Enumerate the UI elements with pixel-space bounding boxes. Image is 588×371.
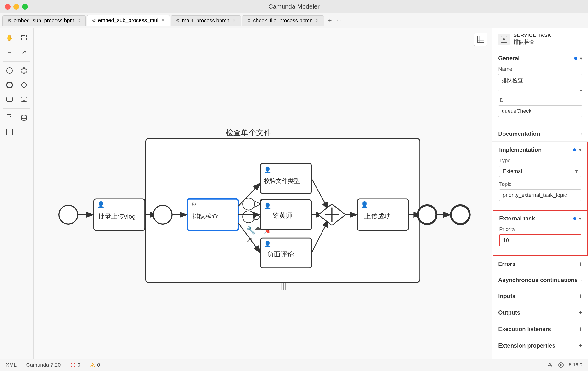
tab-label-2: embed_sub_process_mul (98, 17, 158, 23)
execution-listeners-header[interactable]: Execution listeners + (493, 321, 588, 337)
type-select[interactable]: External Java class Expression Delegate … (499, 166, 581, 177)
space-tool[interactable]: ↔ (3, 46, 16, 58)
documentation-chevron: › (581, 131, 582, 137)
errors-section-header[interactable]: Errors + (493, 256, 588, 272)
async-section: Asynchronous continuations › (493, 272, 588, 288)
implementation-section: Implementation ▾ Type External Java clas… (493, 142, 588, 210)
frame-tool[interactable] (3, 126, 16, 138)
inputs-section-header[interactable]: Inputs + (493, 288, 588, 304)
general-dot (574, 57, 577, 60)
errors-plus[interactable]: + (578, 260, 582, 268)
panel-task-type: SERVICE TASK (514, 32, 551, 38)
gateway-tool[interactable] (18, 79, 30, 91)
tab-close-4[interactable]: ✕ (315, 18, 319, 23)
statusbar: XML Camunda 7.20 0 0 5.18.0 (0, 359, 588, 371)
async-chevron: › (581, 278, 582, 283)
arrow-tool[interactable]: ↗ (18, 46, 30, 58)
inputs-plus[interactable]: + (578, 292, 582, 300)
document-tool[interactable] (3, 112, 16, 124)
tool-row-8: ··· (10, 144, 23, 157)
id-input[interactable] (498, 105, 582, 117)
extension-properties-section: Extension properties + (493, 338, 588, 354)
bpmn-diagram[interactable]: 检查单个文件 ||| 👤 批量上传vlog (48, 47, 473, 344)
subprocess-tool[interactable] (18, 93, 30, 105)
titlebar: Camunda Modeler (0, 0, 588, 13)
end-event-tool[interactable] (3, 79, 16, 91)
tool-divider-2 (3, 108, 30, 109)
app-title: Camunda Modeler (268, 3, 320, 10)
svg-text:上传成功: 上传成功 (364, 212, 391, 220)
svg-point-3 (22, 68, 26, 73)
errors-section: Errors + (493, 256, 588, 272)
tab-more-button[interactable]: ··· (335, 18, 343, 24)
canvas[interactable]: 检查单个文件 ||| 👤 批量上传vlog (33, 28, 492, 359)
more-tools[interactable]: ··· (10, 144, 23, 157)
outputs-section-header[interactable]: Outputs + (493, 304, 588, 321)
tool-row-1: ✋ (3, 31, 30, 44)
tab-1[interactable]: ⚙ embed_sub_process.bpm ✕ (2, 15, 86, 26)
general-section-header[interactable]: General ▾ (493, 51, 588, 66)
left-toolbar: ✋ ↔ ↗ (0, 28, 33, 359)
tab-icon-4: ⚙ (247, 18, 251, 23)
right-panel: SERVICE TASK 排队检查 General ▾ Name 排队检查 ID (492, 28, 588, 359)
outputs-section: Outputs + (493, 304, 588, 321)
tool-row-6 (3, 112, 30, 124)
implementation-chevron: ▾ (579, 147, 581, 153)
intermediate-event-tool[interactable] (18, 64, 30, 77)
svg-text:👤: 👤 (264, 240, 272, 248)
priority-input[interactable] (499, 234, 581, 246)
status-format[interactable]: XML (6, 362, 17, 368)
minimize-button[interactable] (13, 4, 19, 10)
svg-rect-6 (7, 97, 12, 102)
task-tool[interactable] (3, 93, 16, 105)
documentation-title: Documentation (498, 130, 540, 137)
topic-input[interactable] (499, 189, 581, 201)
tab-close-2[interactable]: ✕ (161, 18, 165, 23)
maximize-button[interactable] (22, 4, 28, 10)
inputs-section: Inputs + (493, 288, 588, 304)
tab-close-1[interactable]: ✕ (77, 18, 81, 23)
type-label: Type (499, 157, 581, 164)
svg-text:👤: 👤 (264, 166, 272, 174)
minimap-button[interactable] (474, 32, 487, 46)
svg-rect-12 (21, 129, 27, 135)
execution-listeners-section: Execution listeners + (493, 321, 588, 338)
execution-listeners-plus[interactable]: + (578, 325, 582, 333)
implementation-section-header[interactable]: Implementation ▾ (494, 142, 587, 157)
type-select-wrapper: External Java class Expression Delegate … (499, 166, 581, 177)
datastore-tool[interactable] (18, 112, 30, 124)
panel-task-name: 排队检查 (514, 39, 551, 46)
start-event-tool[interactable] (3, 64, 16, 77)
svg-point-1 (7, 68, 12, 73)
tab-add-button[interactable]: + (325, 17, 335, 24)
group-tool[interactable] (18, 126, 30, 138)
outputs-plus[interactable]: + (578, 309, 582, 316)
async-section-header[interactable]: Asynchronous continuations › (493, 272, 588, 288)
id-field: ID (498, 97, 582, 117)
inputs-title: Inputs (498, 293, 515, 299)
svg-point-71 (73, 366, 73, 366)
extension-properties-plus[interactable]: + (578, 342, 582, 350)
svg-text:👤: 👤 (361, 201, 368, 208)
external-task-section-header[interactable]: External task ▾ (494, 211, 587, 226)
implementation-dot (573, 148, 576, 151)
extension-properties-header[interactable]: Extension properties + (493, 338, 588, 354)
implementation-body: Type External Java class Expression Dele… (494, 157, 587, 210)
close-button[interactable] (5, 4, 10, 10)
play-icon[interactable] (558, 362, 564, 368)
documentation-section-header[interactable]: Documentation › (493, 126, 588, 142)
lasso-tool[interactable] (18, 31, 30, 44)
svg-text:检查单个文件: 检查单个文件 (226, 128, 272, 137)
panel-header-info: SERVICE TASK 排队检查 (514, 32, 551, 46)
name-input[interactable]: 排队检查 (498, 74, 582, 92)
svg-text:排队检查: 排队检查 (192, 213, 218, 220)
hand-tool[interactable]: ✋ (3, 31, 16, 44)
tab-3[interactable]: ⚙ main_process.bpmn ✕ (171, 15, 241, 26)
tab-2[interactable]: ⚙ embed_sub_process_mul ✕ (87, 15, 170, 26)
status-errors: 0 (70, 362, 80, 368)
status-right: 5.18.0 (547, 362, 582, 368)
topic-field: Topic (499, 181, 581, 201)
status-version[interactable]: Camunda 7.20 (26, 362, 61, 368)
tab-4[interactable]: ⚙ check_file_process.bpmn ✕ (242, 15, 324, 26)
tab-close-3[interactable]: ✕ (232, 18, 236, 23)
